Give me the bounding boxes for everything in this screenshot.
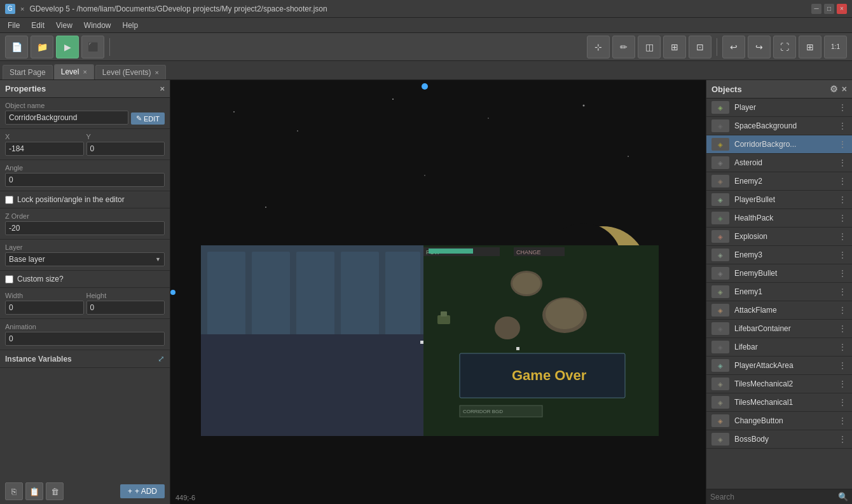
canvas-coords: 449;-6 xyxy=(175,494,195,501)
object-list-item[interactable]: ◈ Enemy2 ⋮ xyxy=(706,172,852,191)
close-tab-icon[interactable]: × xyxy=(20,5,24,13)
object-menu-button[interactable]: ⋮ xyxy=(838,379,847,389)
object-menu-button[interactable]: ⋮ xyxy=(838,268,847,278)
z-order-input[interactable] xyxy=(5,221,165,235)
y-input[interactable] xyxy=(86,142,165,156)
tab-level[interactable]: Level × xyxy=(54,64,94,79)
object-list-item[interactable]: ◈ SpaceBackground ⋮ xyxy=(706,117,852,135)
object-list-item[interactable]: ◈ Asteroid ⋮ xyxy=(706,154,852,172)
object-menu-button[interactable]: ⋮ xyxy=(838,158,847,168)
new-button[interactable]: 📄 xyxy=(5,36,28,58)
object-list-item[interactable]: ◈ PlayerBullet ⋮ xyxy=(706,191,852,209)
eraser-tool[interactable]: ◫ xyxy=(638,36,661,58)
object-list-item[interactable]: ◈ Player ⋮ xyxy=(706,99,852,117)
object-list-item[interactable]: ◈ EnemyBullet ⋮ xyxy=(706,264,852,283)
object-list-item[interactable]: ◈ PlayerAttackArea ⋮ xyxy=(706,357,852,375)
tab-level-events[interactable]: Level (Events) × xyxy=(95,65,166,79)
paste-button[interactable]: 📋 xyxy=(25,482,43,500)
object-name-row: ✎ EDIT xyxy=(5,111,165,125)
object-list-item[interactable]: ◈ TilesMechanical2 ⋮ xyxy=(706,375,852,393)
menu-help[interactable]: Help xyxy=(118,20,144,31)
fullscreen-button[interactable]: ⛶ xyxy=(773,36,796,58)
object-menu-button[interactable]: ⋮ xyxy=(838,250,847,260)
object-list-item[interactable]: ◈ Explosion ⋮ xyxy=(706,228,852,246)
object-list-item[interactable]: ◈ BossBody ⋮ xyxy=(706,430,852,449)
canvas-area[interactable]: Game Over POW CHANGE CORRIDOR BGD 449;-6 xyxy=(170,80,706,504)
grid-toggle[interactable]: ⊞ xyxy=(799,36,821,58)
menu-view[interactable]: View xyxy=(51,20,78,31)
main-area: Properties × Object name ✎ EDIT X xyxy=(0,80,852,504)
tab-level-close[interactable]: × xyxy=(83,68,86,76)
object-menu-button[interactable]: ⋮ xyxy=(838,360,847,371)
edit-object-button[interactable]: ✎ EDIT xyxy=(131,112,165,125)
maximize-button[interactable]: □ xyxy=(824,4,834,14)
object-list-item[interactable]: ◈ CorridorBackgro... ⋮ xyxy=(706,135,852,154)
angle-input[interactable] xyxy=(5,173,165,187)
object-name: Explosion xyxy=(734,232,833,241)
open-button[interactable]: 📁 xyxy=(31,36,53,58)
object-menu-button[interactable]: ⋮ xyxy=(838,213,847,223)
x-input[interactable] xyxy=(5,142,84,156)
close-button[interactable]: × xyxy=(837,4,847,14)
filter-icon[interactable]: ⚙ xyxy=(830,84,838,94)
object-list-item[interactable]: ◈ HealthPack ⋮ xyxy=(706,209,852,228)
object-menu-button[interactable]: ⋮ xyxy=(838,102,847,112)
svg-rect-33 xyxy=(437,315,450,324)
object-list-item[interactable]: ◈ LifebarContainer ⋮ xyxy=(706,320,852,338)
menu-edit[interactable]: Edit xyxy=(26,20,50,31)
instance-vars-external-button[interactable]: ⤢ xyxy=(158,354,165,364)
animation-input[interactable] xyxy=(5,332,165,346)
object-menu-button[interactable]: ⋮ xyxy=(838,342,847,352)
height-input[interactable] xyxy=(86,301,165,315)
object-name: HealthPack xyxy=(734,214,833,222)
object-menu-button[interactable]: ⋮ xyxy=(838,231,847,242)
draw-tool[interactable]: ✏ xyxy=(612,36,635,58)
custom-size-checkbox[interactable] xyxy=(5,275,13,283)
preview-button[interactable]: ⬛ xyxy=(81,36,104,58)
play-button[interactable]: ▶ xyxy=(56,36,79,58)
add-button[interactable]: + + ADD xyxy=(120,484,165,498)
object-menu-button[interactable]: ⋮ xyxy=(838,305,847,315)
zoom-fit[interactable]: ⊡ xyxy=(689,36,711,58)
menu-window[interactable]: Window xyxy=(79,20,116,31)
object-menu-button[interactable]: ⋮ xyxy=(838,194,847,205)
lock-checkbox[interactable] xyxy=(5,196,13,204)
object-name-input[interactable] xyxy=(5,111,128,125)
object-menu-button[interactable]: ⋮ xyxy=(838,397,847,407)
object-menu-button[interactable]: ⋮ xyxy=(838,121,847,131)
object-icon: ◈ xyxy=(711,119,729,132)
object-icon: ◈ xyxy=(711,138,729,151)
menu-file[interactable]: File xyxy=(3,20,25,31)
object-list-item[interactable]: ◈ Enemy1 ⋮ xyxy=(706,283,852,301)
layer-select[interactable]: Base layer xyxy=(5,252,165,266)
panel-resize-handle[interactable] xyxy=(170,290,175,295)
object-menu-button[interactable]: ⋮ xyxy=(838,416,847,426)
width-input[interactable] xyxy=(5,301,84,315)
search-input[interactable] xyxy=(710,493,835,501)
object-list-item[interactable]: ◈ ChangeButton ⋮ xyxy=(706,412,852,430)
animation-label: Animation xyxy=(5,323,165,330)
tab-start-page[interactable]: Start Page xyxy=(3,65,53,79)
object-list-item[interactable]: ◈ Enemy3 ⋮ xyxy=(706,246,852,264)
objects-close-icon[interactable]: × xyxy=(842,84,847,94)
redo-button[interactable]: ↪ xyxy=(748,36,771,58)
undo-button[interactable]: ↩ xyxy=(722,36,745,58)
object-list-item[interactable]: ◈ AttackFlame ⋮ xyxy=(706,301,852,320)
object-menu-button[interactable]: ⋮ xyxy=(838,287,847,297)
delete-button[interactable]: 🗑 xyxy=(46,482,64,500)
tab-level-events-close[interactable]: × xyxy=(155,69,159,76)
svg-point-3 xyxy=(392,99,394,100)
scale-button[interactable]: 1:1 xyxy=(824,36,847,58)
object-list-item[interactable]: ◈ TilesMechanical1 ⋮ xyxy=(706,393,852,412)
copy-button[interactable]: ⎘ xyxy=(5,482,23,500)
object-menu-button[interactable]: ⋮ xyxy=(838,324,847,334)
object-list-item[interactable]: ◈ Lifebar ⋮ xyxy=(706,338,852,357)
object-menu-button[interactable]: ⋮ xyxy=(838,139,847,149)
properties-close-icon[interactable]: × xyxy=(160,84,165,93)
svg-rect-18 xyxy=(385,252,420,341)
object-menu-button[interactable]: ⋮ xyxy=(838,434,847,444)
minimize-button[interactable]: ─ xyxy=(811,4,821,14)
object-menu-button[interactable]: ⋮ xyxy=(838,176,847,186)
select-tool[interactable]: ⊹ xyxy=(587,36,610,58)
grid-tool[interactable]: ⊞ xyxy=(663,36,686,58)
